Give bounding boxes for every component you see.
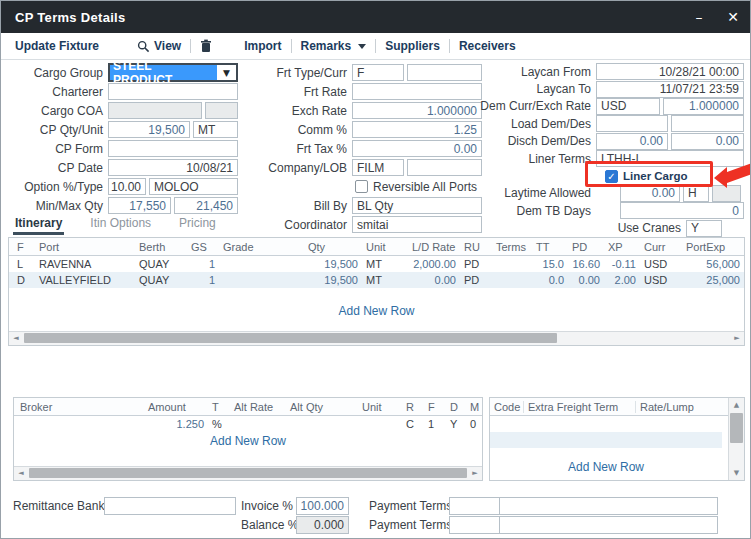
extra-freight-row[interactable] <box>490 416 744 432</box>
company-field[interactable]: FILM <box>352 159 404 176</box>
invoice-pct-label: Invoice % <box>241 499 296 513</box>
payment-terms-1-desc-field[interactable] <box>500 497 718 515</box>
title-bar: CP Terms Details – ✕ <box>1 1 750 33</box>
scroll-down-icon[interactable]: ▼ <box>729 466 744 480</box>
chevron-down-icon <box>358 44 366 49</box>
scrollbar-thumb[interactable] <box>24 333 557 343</box>
remarks-menu-button[interactable]: Remarks <box>292 39 376 53</box>
payment-terms-1-code-field[interactable] <box>449 497 500 515</box>
broker-row[interactable]: 1.250 % C 1 Y 0 <box>14 416 482 432</box>
remittance-bank-label: Remittance Bank <box>13 499 104 513</box>
form-column-right: Laycan From 10/28/21 00:00 Laycan To 11/… <box>469 63 744 237</box>
dem-tb-days-label: Dem TB Days <box>469 204 596 218</box>
invoice-pct-field[interactable]: 100.000 <box>296 497 349 515</box>
exch-rate-field[interactable]: 1.000000 <box>352 102 482 119</box>
delete-button[interactable] <box>191 39 221 53</box>
dem-tb-days-field[interactable]: 0 <box>620 202 744 219</box>
balance-pct-field[interactable]: 0.000 <box>296 516 349 534</box>
import-button[interactable]: Import <box>235 39 290 53</box>
scroll-right-icon[interactable]: ► <box>730 332 744 344</box>
broker-add-new-row-link[interactable]: Add New Row <box>14 434 482 448</box>
frt-rate-field[interactable] <box>352 83 482 100</box>
payment-terms-2-desc-field[interactable] <box>500 516 718 534</box>
suppliers-button[interactable]: Suppliers <box>376 39 449 53</box>
remittance-bank-field[interactable] <box>104 497 236 515</box>
laytime-extra-field[interactable] <box>712 185 741 202</box>
scroll-right-icon[interactable]: ► <box>468 467 482 479</box>
itinerary-horizontal-scrollbar[interactable]: ◄ ► <box>9 331 744 345</box>
min-qty-field[interactable]: 17,550 <box>108 197 171 214</box>
coordinator-field[interactable]: smitai <box>352 216 482 233</box>
tab-itinerary[interactable]: Itinerary <box>13 215 64 235</box>
disch-dem-field[interactable]: 0.00 <box>596 133 668 150</box>
dem-curr-field[interactable]: USD <box>596 98 660 115</box>
charterer-label: Charterer <box>13 85 108 99</box>
liner-cargo-checkbox[interactable] <box>605 170 618 183</box>
scroll-left-icon[interactable]: ◄ <box>14 467 28 479</box>
scrollbar-thumb[interactable] <box>730 413 743 443</box>
itinerary-row-load[interactable]: L RAVENNA QUAY 1 19,500 MT 2,000.00 PD 1… <box>9 256 744 272</box>
cp-form-label: CP Form <box>13 142 108 156</box>
close-button[interactable]: ✕ <box>716 1 750 33</box>
tab-pricing[interactable]: Pricing <box>177 215 218 235</box>
cp-terms-details-window: CP Terms Details – ✕ Update Fixture View… <box>0 0 751 539</box>
option-pct-field[interactable]: 10.00 <box>108 178 146 195</box>
cp-qty-field[interactable]: 19,500 <box>108 121 190 138</box>
cp-unit-field[interactable]: MT <box>193 121 238 138</box>
load-des-field[interactable] <box>671 115 744 132</box>
itinerary-add-new-row-link[interactable]: Add New Row <box>9 304 744 318</box>
broker-horizontal-scrollbar[interactable]: ◄ ► <box>14 466 482 480</box>
laytime-allowed-field[interactable]: 0.00 <box>620 185 680 202</box>
scroll-up-icon[interactable]: ▲ <box>729 398 744 412</box>
cp-date-label: CP Date <box>13 161 108 175</box>
cargo-group-combobox[interactable]: STEEL PRODUCT ▼ <box>108 63 238 82</box>
payment-terms-1-label: Payment Terms <box>369 499 449 513</box>
comm-pct-field[interactable]: 1.25 <box>352 121 482 138</box>
liner-terms-field[interactable]: LTHH-I <box>596 150 744 167</box>
frt-type-field[interactable]: F <box>352 64 404 81</box>
cargo-coa-label: Cargo COA <box>13 104 108 118</box>
use-cranes-field[interactable]: Y <box>686 220 722 237</box>
comm-pct-label: Comm % <box>241 123 352 137</box>
disch-des-field[interactable]: 0.00 <box>671 133 744 150</box>
extra-freight-row[interactable] <box>490 432 722 448</box>
laytime-unit-field[interactable]: H <box>683 185 709 202</box>
dem-exch-rate-field[interactable]: 1.000000 <box>663 98 744 115</box>
cargo-coa-field[interactable] <box>108 102 202 119</box>
itinerary-row-discharge[interactable]: D VALLEYFIELD QUAY 1 19,500 MT 0.00 PD 0… <box>9 272 744 288</box>
payment-terms-2-code-field[interactable] <box>449 516 500 534</box>
disch-dem-des-label: Disch Dem/Des <box>469 134 596 148</box>
cp-date-field[interactable]: 10/08/21 <box>108 159 238 176</box>
frt-tax-field[interactable]: 0.00 <box>352 140 482 157</box>
extra-freight-add-new-row-link[interactable]: Add New Row <box>490 460 722 474</box>
extra-freight-header-row: Code Extra Freight Term Rate/Lump <box>490 398 744 416</box>
receivers-button[interactable]: Receivers <box>450 39 525 53</box>
laycan-to-field[interactable]: 11/07/21 23:59 <box>596 81 744 98</box>
cp-qty-unit-label: CP Qty/Unit <box>13 123 108 137</box>
max-qty-field[interactable]: 21,450 <box>174 197 238 214</box>
minimize-icon: – <box>696 9 703 25</box>
chevron-down-icon: ▼ <box>217 68 236 78</box>
scrollbar-thumb[interactable] <box>29 468 467 478</box>
search-icon <box>137 40 150 53</box>
window-title: CP Terms Details <box>15 10 126 25</box>
scroll-left-icon[interactable]: ◄ <box>9 332 23 344</box>
itinerary-grid: F Port Berth GS Grade Qty Unit L/D Rate … <box>8 237 745 346</box>
min-max-qty-label: Min/Max Qty <box>13 199 108 213</box>
extra-freight-vertical-scrollbar[interactable]: ▲ ▼ <box>728 398 744 480</box>
minimize-button[interactable]: – <box>682 1 716 33</box>
view-button[interactable]: View <box>128 39 190 53</box>
cp-form-field[interactable] <box>108 140 238 157</box>
form-column-left: Cargo Group STEEL PRODUCT ▼ Charterer Ca… <box>13 63 238 215</box>
tab-itin-options[interactable]: Itin Options <box>88 215 153 235</box>
reversible-all-ports-checkbox[interactable] <box>355 180 368 193</box>
option-type-field[interactable]: MOLOO <box>149 178 238 195</box>
laycan-from-field[interactable]: 10/28/21 00:00 <box>596 63 744 80</box>
cargo-coa-sub-field[interactable] <box>205 102 238 119</box>
exch-rate-label: Exch Rate <box>241 104 352 118</box>
toolbar: Update Fixture View Import Remarks Suppl… <box>1 33 750 60</box>
charterer-field[interactable] <box>108 83 238 100</box>
bill-by-field[interactable]: BL Qty <box>352 197 482 214</box>
update-fixture-button[interactable]: Update Fixture <box>6 39 108 53</box>
load-dem-field[interactable] <box>596 115 668 132</box>
